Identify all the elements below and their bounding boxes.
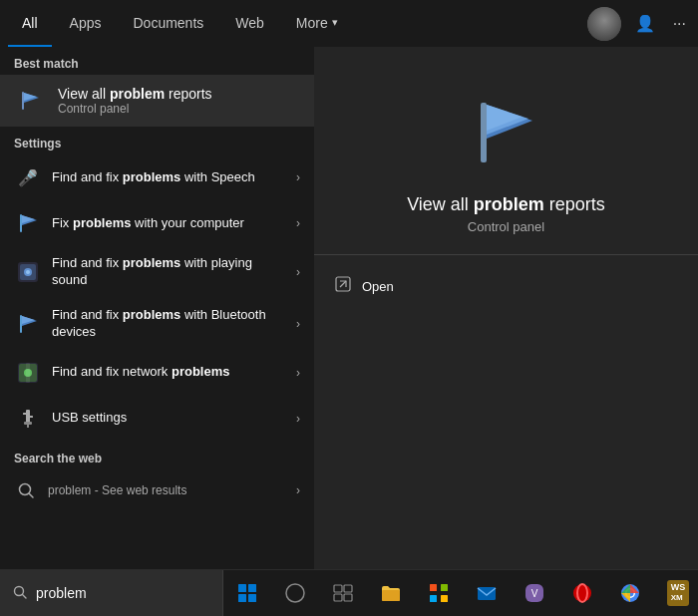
open-action[interactable]: Open [314,269,698,303]
best-match-text: View all problem reports Control panel [58,86,212,116]
settings-item-bluetooth[interactable]: Find and fix problems with Bluetooth dev… [0,298,314,350]
flag-icon-large [471,97,542,178]
taskbar: V WSXM [0,569,698,616]
sound-icon [14,258,42,286]
svg-text:V: V [531,588,538,599]
chevron-right-icon: › [296,170,300,184]
settings-item-network[interactable]: Find and fix network problems › [0,350,314,396]
chevron-right-icon: › [296,216,300,230]
taskbar-opera-icon[interactable] [566,577,598,609]
svg-line-23 [30,493,34,497]
svg-rect-40 [344,594,352,601]
svg-point-9 [26,270,30,274]
settings-item-usb-text: USB settings [52,410,290,427]
taskbar-wsxm-icon[interactable]: WSXM [662,577,694,609]
settings-item-computer[interactable]: Fix problems with your computer › [0,200,314,246]
bluetooth-icon [14,310,42,338]
taskbar-icons: V WSXM [223,577,698,609]
svg-rect-35 [248,594,256,602]
svg-rect-39 [334,594,342,601]
taskbar-viber-icon[interactable]: V [519,577,550,609]
svg-line-29 [340,281,346,287]
open-label: Open [362,279,394,294]
svg-rect-45 [441,595,448,602]
taskbar-file-explorer-icon[interactable] [375,577,407,609]
main-layout: Best match View all problem reports Cont… [0,47,698,569]
settings-item-bluetooth-text: Find and fix problems with Bluetooth dev… [52,307,290,341]
mic-icon: 🎤 [14,163,42,191]
right-panel-subtitle: Control panel [468,219,544,234]
settings-item-sound[interactable]: Find and fix problems with playing sound… [0,246,314,298]
search-icon [12,584,28,603]
svg-line-31 [23,594,27,598]
web-search-query: problem - See web results [48,482,290,497]
svg-rect-38 [344,585,352,592]
flag-icon-small [19,90,41,112]
settings-item-network-text: Find and fix network problems [52,364,290,381]
svg-rect-41 [382,590,400,601]
tab-web[interactable]: Web [221,0,278,47]
svg-rect-46 [478,587,496,600]
more-options-btn[interactable]: ··· [669,11,690,37]
svg-rect-33 [248,584,256,592]
svg-rect-18 [24,422,32,425]
chevron-right-icon: › [296,265,300,279]
settings-item-computer-text: Fix problems with your computer [52,215,290,232]
best-match-label: Best match [0,47,314,75]
svg-rect-34 [238,594,246,602]
web-search-section-label: Search the web [0,442,314,469]
settings-section-label: Settings [0,127,314,154]
tab-documents[interactable]: Documents [119,0,217,47]
network-icon [14,359,42,387]
windows-start-icon[interactable] [231,577,263,609]
taskbar-chrome-icon[interactable] [614,577,646,609]
svg-rect-42 [430,584,437,591]
svg-point-36 [286,584,304,602]
best-match-title: View all problem reports [58,86,212,102]
taskbar-mail-icon[interactable] [471,577,503,609]
settings-item-sound-text: Find and fix problems with playing sound [52,255,290,289]
tab-all[interactable]: All [8,0,52,47]
svg-rect-32 [238,584,246,592]
avatar[interactable] [587,7,621,41]
top-navigation: All Apps Documents Web More ▾ 👤 ··· [0,0,698,47]
chevron-right-icon: › [296,366,300,380]
usb-icon [14,405,42,433]
open-icon [334,275,352,297]
taskbar-store-icon[interactable] [423,577,455,609]
problem-reports-icon [14,85,46,117]
search-input[interactable] [36,585,210,601]
svg-rect-43 [441,584,448,591]
svg-rect-37 [334,585,342,592]
right-panel-title: View all problem reports [407,194,605,215]
svg-point-22 [20,483,31,494]
svg-rect-44 [430,595,437,602]
svg-rect-21 [29,416,33,418]
svg-rect-10 [20,315,22,333]
chevron-right-icon: › [296,483,300,497]
best-match-item[interactable]: View all problem reports Control panel [0,75,314,127]
svg-rect-3 [20,214,22,232]
tab-more[interactable]: More ▾ [282,0,352,47]
svg-rect-0 [22,92,24,110]
right-panel-divider [314,254,698,255]
web-search-item[interactable]: problem - See web results › [0,469,314,511]
computer-icon [14,209,42,237]
tab-apps[interactable]: Apps [56,0,116,47]
left-panel: Best match View all problem reports Cont… [0,47,314,569]
svg-point-49 [573,584,591,602]
user-icon-btn[interactable]: 👤 [631,10,659,37]
search-bar [0,570,223,616]
taskbar-taskview-icon[interactable] [327,577,359,609]
nav-right-area: 👤 ··· [587,7,690,41]
chevron-right-icon: › [296,317,300,331]
settings-item-speech[interactable]: 🎤 Find and fix problems with Speech › [0,154,314,200]
settings-item-usb[interactable]: USB settings › [0,396,314,442]
chevron-right-icon: › [296,412,300,426]
taskbar-search-icon[interactable] [279,577,311,609]
svg-rect-20 [23,413,27,415]
svg-rect-16 [26,363,30,383]
best-match-subtitle: Control panel [58,102,212,116]
settings-item-speech-text: Find and fix problems with Speech [52,169,290,186]
search-web-icon [14,478,38,502]
